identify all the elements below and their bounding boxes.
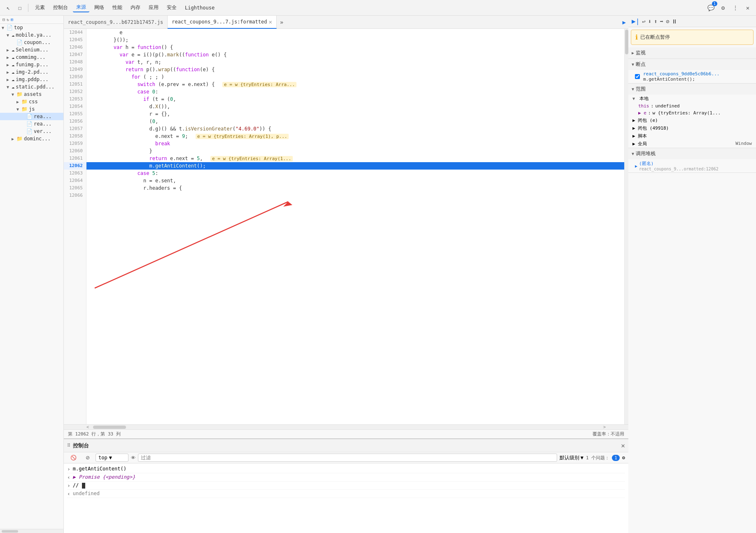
tree-arrow-commimg[interactable]: ▶ xyxy=(7,55,12,60)
breakpoint-checkbox-1[interactable] xyxy=(635,74,640,79)
performance-tab[interactable]: 性能 xyxy=(109,3,126,12)
tree-item-commimg[interactable]: ▶ ☁ commimg... xyxy=(0,54,63,61)
file-tree-content[interactable]: ▼ 📄 top ▼ ☁ mobile.ya... 📄 coupon... xyxy=(0,24,63,529)
tree-arrow-funimg[interactable]: ▶ xyxy=(7,63,12,67)
context-dropdown-icon[interactable]: ▼ xyxy=(109,455,112,461)
pause-on-exception-btn[interactable]: ⏸ xyxy=(672,18,677,25)
console-close-btn[interactable]: ✕ xyxy=(621,442,625,449)
prompt-3[interactable]: › xyxy=(67,482,70,489)
breakpoints-section-header[interactable]: ▼ 断点 xyxy=(628,59,756,70)
step-btn[interactable]: ➡ xyxy=(660,18,663,25)
scope-script[interactable]: ▶ 脚本 xyxy=(628,132,756,140)
run-snippet-icon[interactable]: ▶ xyxy=(623,19,626,26)
chat-icon[interactable]: 💬 1 xyxy=(706,3,716,13)
tab-2-close[interactable]: ✕ xyxy=(268,19,272,25)
tree-arrow-img2[interactable]: ▶ xyxy=(7,70,12,74)
prompt-2[interactable]: ‹ xyxy=(67,474,70,480)
tab-more[interactable]: » xyxy=(277,19,287,26)
watch-section-header[interactable]: ▶ 监视 xyxy=(628,47,756,58)
settings-icon[interactable]: ⚙ xyxy=(718,3,728,13)
level-selector[interactable]: 默认级别 ▼ xyxy=(560,454,583,461)
tree-item-rea1[interactable]: 📄 rea... xyxy=(0,113,63,120)
editor-vscroll-thumb[interactable] xyxy=(625,30,628,54)
breakpoints-collapse-icon[interactable]: ▼ xyxy=(632,62,634,67)
step-into-btn[interactable]: ⬇ xyxy=(648,18,651,25)
cursor-icon[interactable]: ↖ xyxy=(3,3,13,13)
tree-item-imgpddp[interactable]: ▶ ☁ img.pddp... xyxy=(0,76,63,83)
tree-arrow-imgpddp[interactable]: ▶ xyxy=(7,77,12,82)
code-area[interactable]: e }()); var h = function() { var e = i()… xyxy=(86,29,624,424)
scope-global[interactable]: ▶ 全局 Window xyxy=(628,140,756,148)
tree-item-funimg[interactable]: ▶ ☁ funimg.p... xyxy=(0,61,63,68)
tree-arrow-top[interactable]: ▼ xyxy=(2,26,7,30)
elements-tab[interactable]: 元素 xyxy=(32,3,48,12)
tree-item-assets[interactable]: ▼ 📁 assets xyxy=(0,91,63,98)
tree-arrow-selenium[interactable]: ▶ xyxy=(7,48,12,52)
tree-item-top[interactable]: ▼ 📄 top xyxy=(0,24,63,31)
step-out-btn[interactable]: ⬆ xyxy=(654,18,657,25)
step-over-btn[interactable]: ↩ xyxy=(642,18,645,25)
more-icon[interactable]: ⋮ xyxy=(730,3,740,13)
console-pause-btn[interactable]: ⊘ xyxy=(82,454,93,461)
close-icon[interactable]: ✕ xyxy=(743,3,753,13)
tree-arrow-js[interactable]: ▼ xyxy=(16,107,21,112)
scope-e-key[interactable]: ▶ e xyxy=(638,110,646,116)
tree-item-rea2[interactable]: 📄 rea... xyxy=(0,120,63,128)
scope-collapse-icon[interactable]: ▼ xyxy=(632,87,634,91)
lighthouse-tab[interactable]: Lighthouse xyxy=(182,4,218,12)
scope-local-expand[interactable]: ▼ xyxy=(632,96,635,101)
tree-item-selenium[interactable]: ▶ ☁ Selenium... xyxy=(0,46,63,54)
tree-item-coupon[interactable]: 📄 coupon... xyxy=(0,39,63,46)
tree-arrow-static[interactable]: ▼ xyxy=(7,85,12,89)
tree-item-ver[interactable]: 📄 ver... xyxy=(0,128,63,135)
application-tab[interactable]: 应用 xyxy=(145,3,162,12)
eye-icon[interactable]: 👁 xyxy=(131,455,135,461)
console-content[interactable]: › m.getAntiContent() ‹ ▶ Promise {<pendi… xyxy=(64,463,628,533)
tree-hscroll[interactable] xyxy=(0,529,63,533)
console-filter-input[interactable] xyxy=(138,454,557,462)
inspect-icon[interactable]: ☐ xyxy=(15,3,25,13)
tree-item-mobile[interactable]: ▼ ☁ mobile.ya... xyxy=(0,31,63,39)
scope-closure-e[interactable]: ▶ 闭包 (e) xyxy=(628,116,756,124)
hscroll-right-arrow[interactable]: > xyxy=(603,425,606,429)
editor-vscrollbar[interactable] xyxy=(624,29,628,424)
tree-item-css[interactable]: ▶ 📁 css xyxy=(0,98,63,105)
context-selector[interactable]: top ▼ xyxy=(96,454,128,462)
prompt-1[interactable]: › xyxy=(67,466,70,472)
network-sources-icon[interactable]: ⊞ xyxy=(11,17,13,22)
tree-item-dominc[interactable]: ▶ 📁 dominc... xyxy=(0,135,63,142)
hscroll-thumb[interactable] xyxy=(93,426,126,429)
tree-item-js[interactable]: ▼ 📁 js xyxy=(0,105,63,113)
hscroll-right-arrows[interactable]: > xyxy=(603,425,606,429)
security-tab[interactable]: 安全 xyxy=(163,3,180,12)
callstack-collapse-icon[interactable]: ▼ xyxy=(632,151,634,156)
deactivate-btn[interactable]: ⊘ xyxy=(666,18,669,25)
tab-1[interactable]: react_coupons_9...b6721b17457.js xyxy=(64,16,168,29)
callstack-section-header[interactable]: ▼ 调用堆栈 xyxy=(628,148,756,159)
console-settings-icon[interactable]: ⚙ xyxy=(622,455,625,461)
prompt-4[interactable]: ‹ xyxy=(67,491,70,497)
callstack-item-1[interactable]: ▶ (匿名) react_coupons_9...ormatted:12062 xyxy=(628,159,756,172)
console-clear-btn[interactable]: 🚫 xyxy=(67,454,80,461)
tree-arrow-dominc[interactable]: ▶ xyxy=(12,137,16,141)
scope-closure-49918[interactable]: ▶ 闭包 (49918) xyxy=(628,124,756,132)
tab-2[interactable]: react_coupons_9...7.js:formatted ✕ xyxy=(168,16,277,29)
scope-section-header[interactable]: ▼ 范围 xyxy=(628,84,756,95)
level-dropdown-icon[interactable]: ▼ xyxy=(581,455,583,461)
console-text-2[interactable]: ▶ Promise {<pending>} xyxy=(73,474,625,480)
tree-arrow-mobile[interactable]: ▼ xyxy=(7,33,12,37)
tree-hscroll-thumb[interactable] xyxy=(2,530,18,533)
sync-icon[interactable]: ↻ xyxy=(7,17,9,22)
resume-btn[interactable]: ▶| xyxy=(632,17,639,25)
tree-arrow-assets[interactable]: ▼ xyxy=(12,92,16,97)
sources-tab[interactable]: 来源 xyxy=(73,3,89,12)
tree-item-static[interactable]: ▼ ☁ static.pdd... xyxy=(0,83,63,91)
memory-tab[interactable]: 内存 xyxy=(127,3,144,12)
tree-arrow-css[interactable]: ▶ xyxy=(16,100,21,104)
collapse-all-icon[interactable]: ⊟ xyxy=(2,17,5,22)
console-grip-icon[interactable]: ⠿ xyxy=(67,443,70,448)
network-tab[interactable]: 网络 xyxy=(91,3,107,12)
tree-item-img2[interactable]: ▶ ☁ img-2.pd... xyxy=(0,68,63,76)
editor-hscroll[interactable]: < > xyxy=(64,424,628,429)
watch-collapse-icon[interactable]: ▶ xyxy=(632,51,634,55)
